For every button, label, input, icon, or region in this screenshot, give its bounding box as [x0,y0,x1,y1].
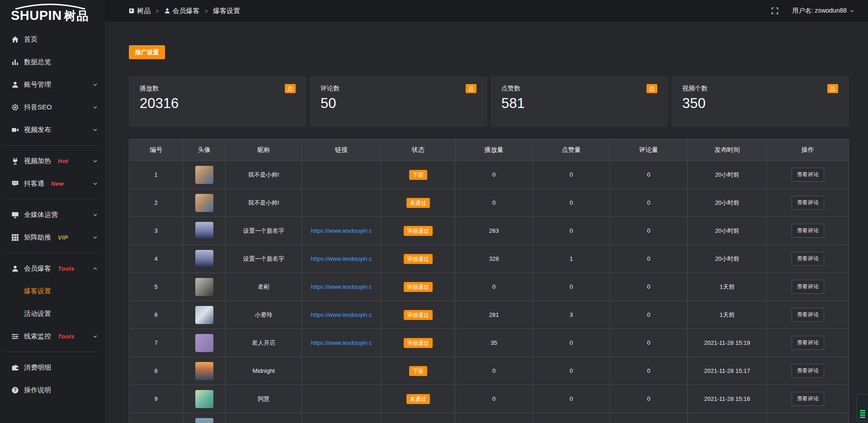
chevron-up-icon [93,266,98,271]
sidebar-item-badge: New [51,180,64,187]
chevron-down-icon [93,334,98,339]
cell-published: 1天前 [688,273,767,301]
sidebar-item-label: 线索监控 [24,332,51,341]
sidebar-item-label: 账号管理 [24,80,51,89]
logo[interactable]: SHUPIN 树品 [0,0,105,28]
view-comments-button[interactable]: 查看评论 [792,252,824,266]
question-icon: ? [11,386,19,394]
table-row: 4设置一个新名字https://www.iesdouyin.c审核通过32810… [129,245,849,273]
cell-nickname: 我不是小帅! [226,189,302,217]
sidebar-item-home[interactable]: 首页 [0,28,105,51]
avatar [195,166,213,184]
member-icon [11,265,19,273]
cell-plays: 263 [455,217,533,245]
cell-id: 6 [129,301,183,329]
cell-nickname: 设置一个新名字 [226,245,302,273]
video-link[interactable]: https://www.iesdouyin.c [311,339,372,346]
video-link[interactable]: https://www.iesdouyin.c [311,227,372,234]
cell-comments: 0 [610,385,688,413]
cell-likes: 0 [533,357,610,385]
cell-plays: 0 [455,385,533,413]
breadcrumb-label: 爆客设置 [213,7,240,15]
cell-avatar [183,329,226,357]
view-comments-button[interactable]: 查看评论 [792,224,824,238]
cell-status: 下架 [381,161,455,189]
stat-card-plays: 播放数总20316 [129,76,307,127]
sidebar-item-video-publish[interactable]: 视频发布 [0,118,105,141]
cell-id: 1 [129,161,183,189]
view-comments-button[interactable]: 查看评论 [792,392,824,406]
table-row: 3设置一个新名字https://www.iesdouyin.c审核通过26300… [129,217,849,245]
sidebar-item-badge: VIP [58,234,68,241]
view-comments-button[interactable]: 查看评论 [792,308,824,322]
table-body: 1我不是小帅!下架00020小时前查看评论2我不是小帅!未通过00020小时前查… [129,161,849,423]
stat-value: 20316 [140,95,296,112]
cell-nickname: 老人开店 [226,329,302,357]
cell-published: 20小时前 [688,245,767,273]
breadcrumb-item-shupin[interactable]: 树品 [128,7,151,15]
caret-down-icon[interactable] [849,9,854,14]
sidebar-item-consume-detail[interactable]: 消费明细 [0,356,105,379]
avatar [195,222,213,240]
cell-nickname: 设置一个新名字 [226,217,302,245]
status-badge: 审核通过 [404,310,433,320]
chevron-down-icon [93,181,98,186]
view-comments-button[interactable]: 查看评论 [792,196,824,210]
view-comments-button[interactable]: 查看评论 [792,168,824,182]
chevron-down-icon [93,235,98,240]
cell-published: 20小时前 [688,217,767,245]
sidebar-item-douyin-seo[interactable]: 抖音SEO [0,96,105,118]
grid-icon [11,234,19,241]
sidebar-item-clue-monitor[interactable]: 线索监控Tools [0,325,105,348]
cell-comments: 0 [610,329,688,357]
avatar [195,250,213,268]
cell-status [381,413,455,423]
chevron-down-icon [93,212,98,217]
chevron-down-icon [93,82,98,87]
breadcrumb-label: 树品 [137,7,151,15]
cell-avatar [183,217,226,245]
video-link[interactable]: https://www.iesdouyin.c [311,283,372,290]
cell-comments: 0 [610,189,688,217]
user-icon [11,81,19,89]
username[interactable]: 用户名: zswodun88 [792,7,847,15]
gear-icon [11,103,19,111]
sidebar-item-account-manage[interactable]: 账号管理 [0,73,105,96]
sidebar-item-label: 全媒体运营 [24,211,58,219]
cell-status: 未通过 [381,385,455,413]
video-link[interactable]: https://www.iesdouyin.c [311,311,372,318]
view-comments-button[interactable]: 查看评论 [792,364,824,378]
cell-status: 审核通过 [381,245,455,273]
breadcrumb-item-member-baoke[interactable]: 会员爆客 [164,7,200,15]
cell-link: https://www.iesdouyin.c [302,273,381,301]
status-badge: 下架 [409,170,427,180]
cell-avatar [183,273,226,301]
videos-table: 编号头像昵称链接状态播放量点赞量评论量发布时间操作 1我不是小帅!下架00020… [129,139,849,423]
cell-likes: 0 [533,189,610,217]
cell-status: 审核通过 [381,217,455,245]
sidebar-item-data-overview[interactable]: 数据总览 [0,51,105,73]
sidebar-item-member-baoke[interactable]: 会员爆客Tools [0,257,105,280]
sidebar-item-operation-guide[interactable]: ?操作说明 [0,379,105,401]
cell-comments: 0 [610,273,688,301]
cell-comments: 0 [610,217,688,245]
view-comments-button[interactable]: 查看评论 [792,336,824,350]
cell-link: https://www.iesdouyin.c [302,301,381,329]
home-icon [11,36,19,43]
sidebar-subitem-baoke-settings[interactable]: 爆客设置 [0,280,105,302]
floating-widget[interactable] [857,394,868,421]
sidebar-subitem-activity-settings[interactable]: 活动设置 [0,302,105,325]
view-comments-button[interactable]: 查看评论 [792,280,824,294]
sidebar-item-matrix-boost[interactable]: 矩阵助推VIP [0,226,105,249]
promo-settings-button[interactable]: 推广设置 [129,45,165,59]
sidebar-item-douketong[interactable]: 抖客通New [0,172,105,195]
wallet-icon [11,364,19,371]
fullscreen-icon[interactable] [771,7,778,14]
cell-plays: 0 [455,161,533,189]
breadcrumb-item-baoke-settings[interactable]: 爆客设置 [213,7,240,15]
cell-likes: 1 [533,245,610,273]
video-link[interactable]: https://www.iesdouyin.c [311,255,372,262]
sidebar-item-media-operation[interactable]: 全媒体运营 [0,203,105,226]
sidebar-item-video-heat[interactable]: 视频加热Hot [0,150,105,172]
cell-avatar [183,161,226,189]
